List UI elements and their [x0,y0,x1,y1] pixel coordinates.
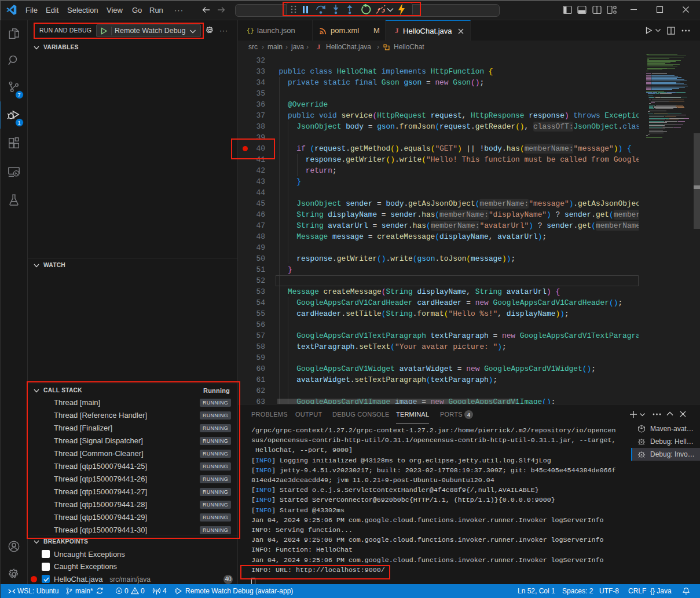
svg-text:{}: {} [247,27,254,34]
